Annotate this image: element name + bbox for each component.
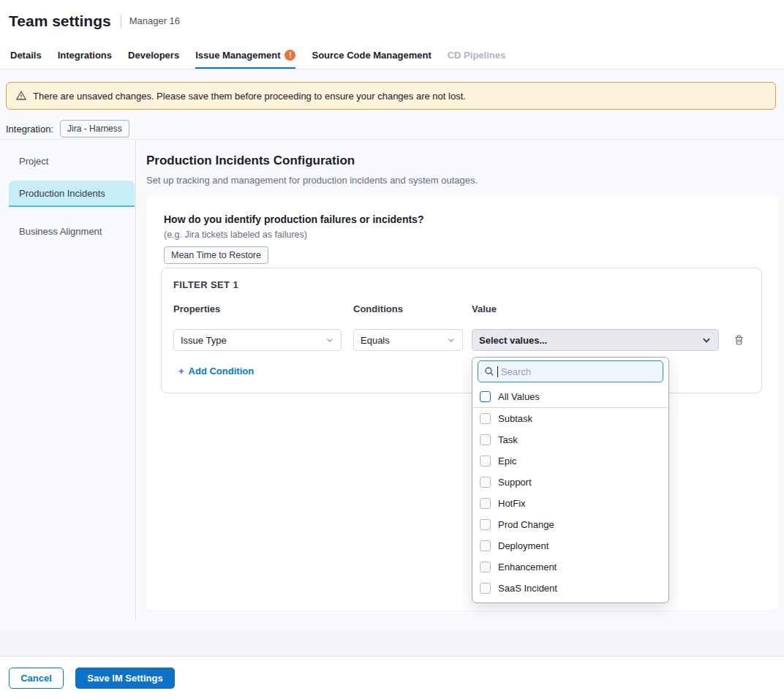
delete-condition-button[interactable] bbox=[732, 333, 745, 347]
column-label-properties: Properties bbox=[173, 303, 220, 314]
search-input[interactable] bbox=[501, 366, 657, 377]
tab-developers[interactable]: Developers bbox=[128, 42, 179, 69]
checkbox[interactable] bbox=[480, 498, 491, 509]
chevron-down-icon bbox=[325, 336, 334, 344]
column-label-conditions: Conditions bbox=[353, 303, 403, 314]
tab-cd-pipelines: CD Pipelines bbox=[448, 42, 505, 69]
option-saas-incident[interactable]: SaaS Incident bbox=[472, 578, 668, 599]
alert-badge-icon: ! bbox=[284, 50, 295, 61]
unsaved-changes-banner: There are unsaved changes. Please save t… bbox=[6, 82, 776, 110]
question-label: How do you identify production failures … bbox=[164, 214, 423, 225]
tab-source-code-management[interactable]: Source Code Management bbox=[312, 42, 431, 69]
option-all-values[interactable]: All Values bbox=[472, 385, 668, 407]
sidebar-item-business-alignment[interactable]: Business Alignment bbox=[9, 218, 135, 244]
tab-bar: Details Integrations Developers Issue Ma… bbox=[0, 42, 784, 69]
integration-chip[interactable]: Jira - Harness bbox=[60, 120, 129, 137]
column-label-value: Value bbox=[472, 303, 497, 314]
option-customer-notification[interactable]: Customer Notification bbox=[472, 599, 668, 603]
option-prod-change[interactable]: Prod Change bbox=[472, 514, 668, 535]
checkbox-all-values[interactable] bbox=[480, 391, 491, 402]
option-deployment[interactable]: Deployment bbox=[472, 535, 668, 556]
checkbox[interactable] bbox=[480, 562, 491, 573]
properties-select[interactable]: Issue Type bbox=[173, 329, 342, 351]
sidebar-divider bbox=[135, 140, 136, 620]
question-hint: (e.g. Jira tickets labeled as failures) bbox=[164, 230, 307, 240]
chevron-down-icon bbox=[447, 336, 456, 344]
page-header: Team settings Manager 16 bbox=[0, 0, 784, 42]
value-dropdown-panel: All Values Subtask Task Epic Support Hot… bbox=[472, 357, 669, 603]
page-title: Team settings bbox=[9, 12, 111, 30]
tab-integrations[interactable]: Integrations bbox=[58, 42, 112, 69]
integration-row: Integration: Jira - Harness bbox=[6, 120, 129, 137]
checkbox[interactable] bbox=[480, 583, 491, 594]
checkbox[interactable] bbox=[480, 413, 491, 424]
checkbox[interactable] bbox=[480, 456, 491, 466]
chevron-down-icon bbox=[701, 335, 712, 345]
section-subtitle: Set up tracking and management for produ… bbox=[146, 175, 478, 186]
footer-spacer bbox=[0, 631, 784, 656]
section-title: Production Incidents Configuration bbox=[146, 154, 355, 168]
filter-set-title: FILTER SET 1 bbox=[173, 279, 238, 290]
sidebar-item-project[interactable]: Project bbox=[9, 148, 135, 174]
section-divider bbox=[0, 139, 784, 140]
search-icon bbox=[484, 366, 494, 377]
checkbox[interactable] bbox=[480, 540, 491, 551]
option-epic[interactable]: Epic bbox=[472, 450, 668, 472]
banner-message: There are unsaved changes. Please save t… bbox=[33, 91, 466, 102]
tab-details[interactable]: Details bbox=[10, 42, 42, 69]
warning-triangle-icon bbox=[15, 90, 27, 102]
option-task[interactable]: Task bbox=[472, 429, 668, 450]
tab-issue-management[interactable]: Issue Management ! bbox=[195, 42, 295, 69]
team-name: Manager 16 bbox=[129, 15, 180, 26]
cancel-button[interactable]: Cancel bbox=[9, 668, 64, 689]
sidebar-item-production-incidents[interactable]: Production Incidents bbox=[9, 181, 135, 207]
checkbox[interactable] bbox=[480, 434, 491, 445]
save-im-settings-button[interactable]: Save IM Settings bbox=[75, 668, 175, 689]
title-divider bbox=[121, 15, 121, 28]
checkbox[interactable] bbox=[480, 477, 491, 488]
checkbox[interactable] bbox=[480, 519, 491, 530]
text-cursor bbox=[497, 366, 498, 377]
dropdown-search[interactable] bbox=[478, 360, 663, 382]
option-subtask[interactable]: Subtask bbox=[472, 408, 668, 429]
integration-label: Integration: bbox=[6, 124, 53, 135]
add-condition-button[interactable]: + Add Condition bbox=[178, 366, 254, 377]
conditions-select[interactable]: Equals bbox=[353, 329, 463, 351]
metric-chip-mttr[interactable]: Mean Time to Restore bbox=[164, 246, 268, 264]
plus-icon: + bbox=[178, 366, 184, 377]
option-support[interactable]: Support bbox=[472, 472, 668, 493]
option-hotfix[interactable]: HotFix bbox=[472, 493, 668, 514]
option-enhancement[interactable]: Enhancement bbox=[472, 556, 668, 578]
value-multiselect[interactable]: Select values... bbox=[472, 329, 719, 351]
